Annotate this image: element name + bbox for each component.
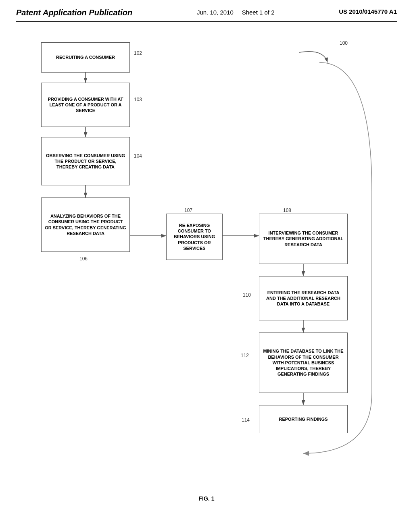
header-left: Patent Application Publication: [16, 8, 132, 17]
header-date: Jun. 10, 2010: [197, 9, 234, 16]
fig-label: FIG. 1: [199, 495, 215, 502]
header-right: US 2010/0145770 A1: [339, 8, 397, 15]
ref-102: 102: [134, 50, 142, 56]
diagram: 100 RECRUITING A CONSUMER 102 PROVIDING …: [17, 30, 396, 506]
ref-104: 104: [134, 153, 142, 159]
header-center: Jun. 10, 2010 Sheet 1 of 2: [197, 8, 275, 17]
box-114: REPORTING FINDINGS: [259, 405, 348, 433]
box-104: OBSERVING THE CONSUMER USING THE PRODUCT…: [41, 137, 130, 185]
ref-100: 100: [340, 40, 348, 46]
box-112: MINING THE DATABASE TO LINK THE BEHAVIOR…: [259, 332, 348, 393]
page: Patent Application Publication Jun. 10, …: [0, 0, 413, 532]
ref-107: 107: [184, 208, 192, 213]
svg-marker-9: [303, 451, 309, 456]
ref-114: 114: [242, 417, 250, 423]
box-110: ENTERING THE RESEARCH DATA AND THE ADDIT…: [259, 276, 348, 320]
box-102: RECRUITING A CONSUMER: [41, 42, 130, 73]
ref-106: 106: [79, 256, 88, 262]
box-108: INTERVIEWING THE CONSUMER THEREBY GENERA…: [259, 214, 348, 264]
ref-103: 103: [134, 97, 142, 102]
ref-112: 112: [241, 353, 249, 358]
ref-108: 108: [283, 208, 291, 213]
header-sheet: Sheet 1 of 2: [242, 9, 275, 16]
ref-110: 110: [243, 292, 251, 298]
box-103: PROVIDING A CONSUMER WITH AT LEAST ONE O…: [41, 83, 130, 127]
header: Patent Application Publication Jun. 10, …: [16, 8, 397, 22]
box-107: RE-EXPOSING CONSUMER TO BEHAVIORS USING …: [166, 214, 223, 260]
box-106: ANALYZING BEHAVIORS OF THE CONSUMER USIN…: [41, 197, 130, 252]
